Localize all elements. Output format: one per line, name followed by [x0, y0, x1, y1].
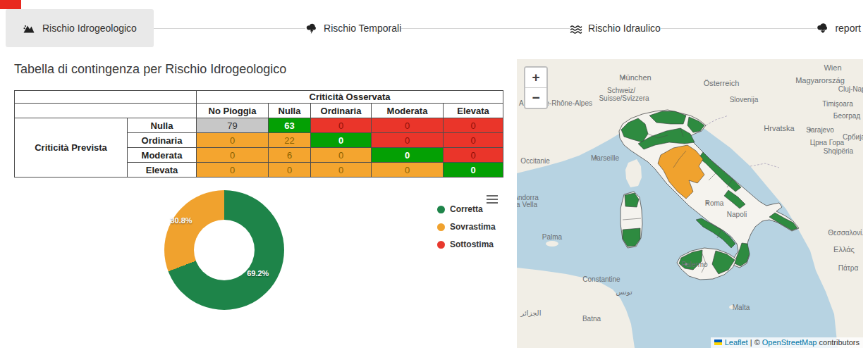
table-cell: 0 [311, 163, 372, 178]
predicted-header: Criticità Prevista [15, 118, 128, 178]
table-cell: 22 [269, 133, 311, 148]
table-cell: 0 [444, 163, 503, 178]
tab-label: report [835, 23, 861, 34]
legend-label: Sovrastima [450, 222, 496, 232]
table-cell: 0 [311, 118, 372, 133]
table-corner [15, 104, 197, 118]
table-cell: 0 [197, 163, 269, 178]
table-cell: 63 [269, 118, 311, 133]
table-cell: 0 [372, 118, 444, 133]
tab-label: Rischio Idraulico [588, 23, 661, 34]
osm-link[interactable]: OpenStreetMap [762, 338, 817, 347]
table-corner [15, 91, 197, 104]
observed-header: Criticità Osservata [197, 91, 503, 104]
map-zoom-control: + − [524, 66, 548, 109]
col-header: No Pioggia [197, 104, 269, 118]
nav-connector [154, 28, 305, 29]
table-cell: 0 [197, 133, 269, 148]
tab-label: Rischio Idrogeologico [42, 23, 137, 34]
table-cell: 0 [444, 133, 503, 148]
slice-label: 69.2% [247, 269, 269, 278]
legend-dot [437, 241, 445, 249]
attribution-sep: | © [748, 338, 762, 347]
leaflet-link[interactable]: Leaflet [725, 338, 748, 347]
row-label: Moderata [128, 148, 197, 163]
table-cell: 0 [372, 133, 444, 148]
legend-dot [437, 223, 445, 231]
tab-label: Rischio Temporali [324, 23, 401, 34]
table-cell: 0 [372, 148, 444, 163]
zoom-out-button[interactable]: − [525, 87, 546, 108]
dashboard-page: Rischio Idrogeologico Rischio Temporali … [0, 0, 868, 355]
col-header: Ordinaria [311, 104, 372, 118]
table-cell: 6 [269, 148, 311, 163]
col-header: Moderata [372, 104, 444, 118]
legend-label: Corretta [450, 204, 483, 214]
table-cell: 0 [311, 148, 372, 163]
row-label: Ordinaria [128, 133, 197, 148]
legend-item[interactable]: Sovrastima [437, 222, 496, 232]
row-label: Elevata [128, 163, 197, 178]
table-cell: 79 [197, 118, 269, 133]
city-dot [685, 263, 687, 266]
table-cell: 0 [444, 148, 503, 163]
map-graphics [517, 59, 863, 348]
city-dot [594, 156, 597, 159]
tab-report[interactable]: report [817, 22, 861, 35]
col-header: Nulla [269, 104, 311, 118]
storm-icon [305, 22, 318, 35]
attribution-suffix: contributors [817, 338, 860, 347]
page-title: Tabella di contingenza per Rischio Idrog… [14, 62, 286, 77]
city-dot [809, 128, 812, 131]
table-cell: 0 [372, 163, 444, 178]
table-row: Criticità PrevistaNulla7963000 [15, 118, 503, 133]
legend-label: Sottostima [450, 239, 494, 249]
landslide-icon [23, 22, 35, 35]
city-dot [623, 76, 625, 79]
city-dot [706, 201, 709, 204]
tab-rischio-idraulico[interactable]: Rischio Idraulico [570, 22, 661, 35]
table-cell: 0 [269, 163, 311, 178]
map[interactable]: + − Leaflet | © OpenStreetMap contributo… [517, 59, 863, 348]
nav-connector [401, 28, 570, 29]
nav-connector [661, 28, 817, 29]
chart-legend: CorrettaSovrastimaSottostima [437, 204, 496, 257]
tab-rischio-temporali[interactable]: Rischio Temporali [305, 22, 401, 35]
col-header: Elevata [444, 104, 503, 118]
water-waves-icon [570, 22, 582, 35]
row-label: Nulla [128, 118, 197, 133]
donut-chart[interactable]: 69.2%30.8% [164, 190, 284, 310]
contingency-table-body: Criticità PrevistaNulla7963000Ordinaria0… [15, 118, 503, 178]
contingency-table: Criticità Osservata No Pioggia Nulla Ord… [14, 90, 503, 178]
slice-label: 30.8% [170, 216, 192, 225]
tab-rischio-idrogeologico[interactable]: Rischio Idrogeologico [6, 9, 154, 47]
table-cell: 0 [311, 133, 372, 148]
cloud-download-icon [817, 22, 829, 35]
legend-dot [437, 206, 445, 213]
navbar: Rischio Idrogeologico Rischio Temporali … [0, 8, 868, 48]
donut-chart-area: 69.2%30.8% CorrettaSovrastimaSottostima [14, 185, 508, 336]
ukraine-flag-icon [714, 340, 722, 345]
zoom-in-button[interactable]: + [525, 68, 546, 87]
map-attribution: Leaflet | © OpenStreetMap contributors [711, 337, 863, 348]
table-cell: 0 [197, 148, 269, 163]
table-cell: 0 [444, 118, 503, 133]
legend-item[interactable]: Corretta [437, 204, 496, 214]
legend-item[interactable]: Sottostima [437, 239, 496, 249]
